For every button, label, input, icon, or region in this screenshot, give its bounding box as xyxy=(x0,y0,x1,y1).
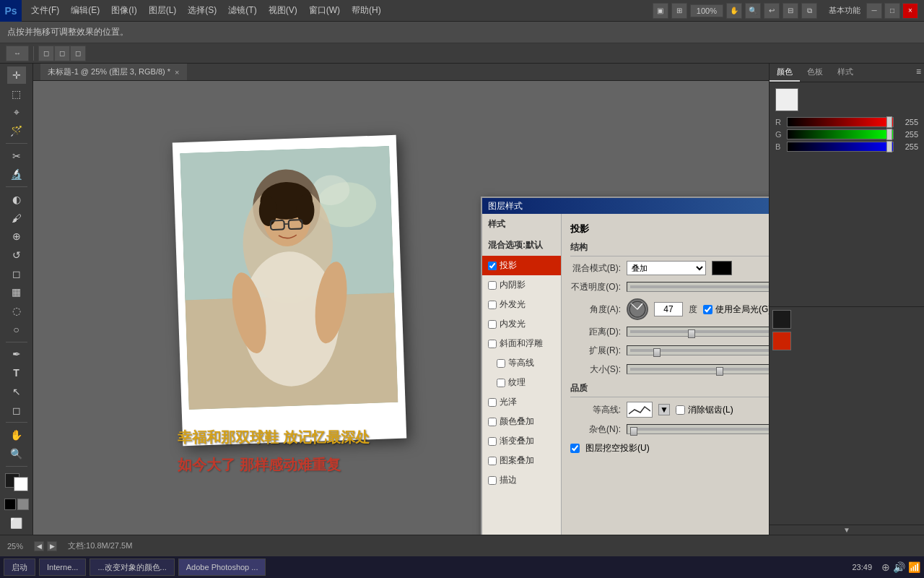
blend-mode-select[interactable]: 叠加 正常 溶解 正片叠底 xyxy=(627,261,706,275)
dialog-item-color-overlay[interactable]: 颜色叠加 xyxy=(482,412,561,431)
screen-mode-btn[interactable]: ⬜ xyxy=(7,514,26,532)
close-btn[interactable]: × xyxy=(902,3,918,19)
canvas-content[interactable]: 幸福和那双球鞋 放记忆最深处 如今大了 那样感动难重复 𝒜 ❤ ✦✦✦ 图层样式… xyxy=(33,81,769,535)
red-preview-swatch[interactable] xyxy=(772,332,791,350)
dialog-item-contour[interactable]: 等高线 xyxy=(482,353,561,373)
spot-heal-tool[interactable]: ◐ xyxy=(7,191,26,208)
noise-slider-thumb[interactable] xyxy=(630,427,637,436)
contour-preview[interactable] xyxy=(627,402,653,418)
dialog-item-inner-shadow[interactable]: 内阴影 xyxy=(482,275,561,295)
tool-option-2[interactable]: ◻ xyxy=(54,46,70,61)
dodge-tool[interactable]: ○ xyxy=(7,321,26,338)
gradient-overlay-checkbox[interactable] xyxy=(488,437,497,446)
stroke-checkbox[interactable] xyxy=(488,476,497,485)
maximize-btn[interactable]: □ xyxy=(884,3,900,19)
contour-dropdown[interactable]: ▼ xyxy=(658,404,670,415)
tab-color[interactable]: 颜色 xyxy=(770,64,800,82)
noise-slider[interactable] xyxy=(627,424,769,434)
pen-tool[interactable]: ✒ xyxy=(7,346,26,363)
opacity-slider[interactable] xyxy=(627,282,769,292)
satin-checkbox[interactable] xyxy=(488,398,497,407)
inner-shadow-checkbox[interactable] xyxy=(488,281,497,290)
next-page-btn[interactable]: ▶ xyxy=(47,541,57,551)
size-slider-thumb[interactable] xyxy=(716,367,723,376)
minimize-btn[interactable]: ─ xyxy=(866,3,882,19)
dialog-item-blend[interactable]: 混合选项:默认 xyxy=(482,235,561,256)
outer-glow-checkbox[interactable] xyxy=(488,301,497,309)
move-tool[interactable]: ✛ xyxy=(7,66,26,84)
crop-tool[interactable]: ✂ xyxy=(7,147,26,165)
dialog-item-satin[interactable]: 光泽 xyxy=(482,392,561,412)
color-overlay-checkbox[interactable] xyxy=(488,418,497,426)
black-swatch[interactable] xyxy=(772,310,791,329)
contour-checkbox[interactable] xyxy=(497,359,505,368)
dialog-item-outer-glow[interactable]: 外发光 xyxy=(482,295,561,314)
dialog-item-texture[interactable]: 纹理 xyxy=(482,373,561,392)
history-brush-tool[interactable]: ↺ xyxy=(7,246,26,264)
distance-slider[interactable] xyxy=(627,327,769,337)
gradient-tool[interactable]: ▦ xyxy=(7,284,26,301)
spread-slider-thumb[interactable] xyxy=(653,348,661,357)
taskbar-start[interactable]: 启动 xyxy=(4,558,35,576)
r-slider-thumb[interactable] xyxy=(886,116,892,128)
icon-btn-2[interactable]: ⊞ xyxy=(671,3,687,19)
g-slider[interactable] xyxy=(787,129,894,139)
menu-view[interactable]: 视图(V) xyxy=(263,1,303,20)
menu-window[interactable]: 窗口(W) xyxy=(303,1,346,20)
brush-tool[interactable]: 🖌 xyxy=(7,210,26,227)
menu-edit[interactable]: 编辑(E) xyxy=(65,1,105,20)
g-slider-thumb[interactable] xyxy=(886,129,892,140)
blend-color-box[interactable] xyxy=(712,261,732,275)
tab-swatches[interactable]: 色板 xyxy=(800,64,830,82)
spread-slider[interactable] xyxy=(627,345,769,355)
tool-option-1[interactable]: ◻ xyxy=(38,46,54,61)
menu-select[interactable]: 选择(S) xyxy=(182,1,222,20)
fg-color-preview[interactable] xyxy=(775,88,798,111)
canvas-tab[interactable]: 未标题-1 @ 25% (图层 3, RGB/8) * × xyxy=(40,64,187,80)
dialog-item-bevel[interactable]: 斜面和浮雕 xyxy=(482,334,561,353)
marquee-tool[interactable]: ⬚ xyxy=(7,85,26,103)
canvas-tab-close[interactable]: × xyxy=(175,68,179,77)
icon-btn-1[interactable]: ▣ xyxy=(653,3,668,19)
right-scroll-down[interactable]: ▼ xyxy=(770,525,924,535)
dialog-item-shadow[interactable]: 投影 xyxy=(482,256,561,275)
background-color[interactable] xyxy=(14,477,28,491)
zoom-tool[interactable]: 🔍 xyxy=(7,445,26,462)
angle-input[interactable] xyxy=(654,302,683,316)
pattern-overlay-checkbox[interactable] xyxy=(488,457,497,465)
menu-layer[interactable]: 图层(L) xyxy=(143,1,183,20)
shape-tool[interactable]: ◻ xyxy=(7,402,26,419)
arrange-icon[interactable]: ⧉ xyxy=(801,3,817,19)
b-slider[interactable] xyxy=(787,142,894,152)
dialog-item-stroke[interactable]: 描边 xyxy=(482,470,561,490)
dialog-item-style[interactable]: 样式 xyxy=(482,214,561,235)
prev-page-btn[interactable]: ◀ xyxy=(34,541,44,551)
hand-icon[interactable]: ✋ xyxy=(726,3,742,19)
bevel-checkbox[interactable] xyxy=(488,340,497,348)
shadow-checkbox[interactable] xyxy=(488,262,497,270)
magic-wand-tool[interactable]: 🪄 xyxy=(7,122,26,139)
zoom-icon[interactable]: 🔍 xyxy=(745,3,761,19)
r-slider[interactable] xyxy=(787,117,894,127)
rotate-icon[interactable]: ↩ xyxy=(764,3,780,19)
global-light-checkbox[interactable] xyxy=(703,305,712,314)
tab-styles[interactable]: 样式 xyxy=(830,64,860,82)
text-tool[interactable]: T xyxy=(7,364,26,381)
menu-help[interactable]: 帮助(H) xyxy=(346,1,387,20)
distance-slider-thumb[interactable] xyxy=(688,329,695,338)
taskbar-photoshop[interactable]: Adobe Photoshop ... xyxy=(178,558,266,576)
hand-tool[interactable]: ✋ xyxy=(7,426,26,444)
taskbar-internet[interactable]: Interne... xyxy=(39,558,86,576)
taskbar-color-change[interactable]: ...改变对象的颜色... xyxy=(90,558,174,576)
size-slider[interactable] xyxy=(627,364,769,374)
eyedropper-tool[interactable]: 🔬 xyxy=(7,165,26,183)
layer-knockout-checkbox[interactable] xyxy=(570,444,580,453)
anti-alias-checkbox[interactable] xyxy=(676,405,685,415)
dialog-item-gradient-overlay[interactable]: 渐变叠加 xyxy=(482,431,561,451)
screen-icon[interactable]: ⊟ xyxy=(783,3,798,19)
b-slider-thumb[interactable] xyxy=(886,141,892,152)
menu-image[interactable]: 图像(I) xyxy=(105,1,142,20)
eraser-tool[interactable]: ◻ xyxy=(7,265,26,282)
dialog-item-pattern-overlay[interactable]: 图案叠加 xyxy=(482,451,561,470)
menu-file[interactable]: 文件(F) xyxy=(25,1,65,20)
